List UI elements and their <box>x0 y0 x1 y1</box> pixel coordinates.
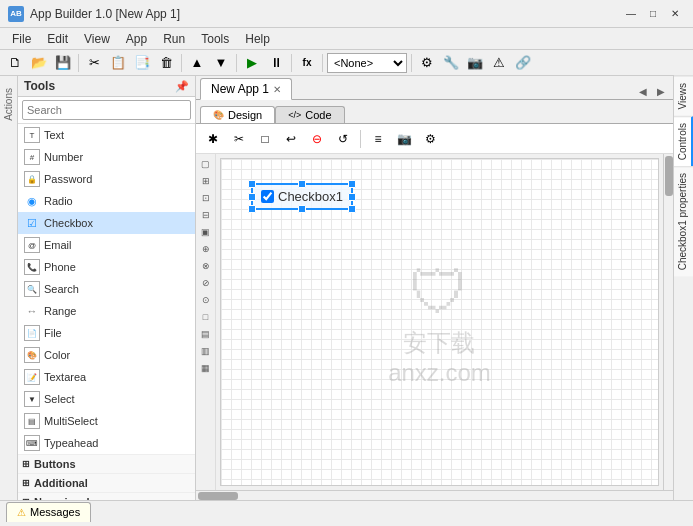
tool-email[interactable]: @ Email <box>18 234 195 256</box>
canvas-strip-btn-1[interactable]: ▢ <box>198 156 214 172</box>
menu-app[interactable]: App <box>118 30 155 48</box>
menu-tools[interactable]: Tools <box>193 30 237 48</box>
handle-bm[interactable] <box>298 205 306 213</box>
canvas-strip-btn-6[interactable]: ⊕ <box>198 241 214 257</box>
menu-file[interactable]: File <box>4 30 39 48</box>
canvas-scrollbar-v-thumb[interactable] <box>665 156 673 196</box>
canvas-left-strip: ▢ ⊞ ⊡ ⊟ ▣ ⊕ ⊗ ⊘ ⊙ □ ▤ ▥ ▦ <box>196 154 216 490</box>
tool-typeahead-icon: ⌨ <box>24 435 40 451</box>
canvas-strip-btn-5[interactable]: ▣ <box>198 224 214 240</box>
canvas-tb-rect[interactable]: □ <box>254 128 276 150</box>
checkbox-widget[interactable]: Checkbox1 <box>251 183 353 210</box>
tb-save[interactable]: 💾 <box>52 52 74 74</box>
tool-select[interactable]: ▼ Select <box>18 388 195 410</box>
tool-file[interactable]: 📄 File <box>18 322 195 344</box>
canvas-strip-btn-2[interactable]: ⊞ <box>198 173 214 189</box>
tb-extra-3[interactable]: 📷 <box>464 52 486 74</box>
handle-ml[interactable] <box>248 193 256 201</box>
close-button[interactable]: ✕ <box>665 6 685 22</box>
canvas-strip-btn-10[interactable]: □ <box>198 309 214 325</box>
canvas-strip-btn-7[interactable]: ⊗ <box>198 258 214 274</box>
tool-typeahead[interactable]: ⌨ Typeahead <box>18 432 195 454</box>
handle-tl[interactable] <box>248 180 256 188</box>
tool-text[interactable]: T Text <box>18 124 195 146</box>
tb-fx[interactable]: fx <box>296 52 318 74</box>
tools-pin-icon[interactable]: 📌 <box>175 80 189 93</box>
canvas-strip-btn-11[interactable]: ▤ <box>198 326 214 342</box>
tool-color[interactable]: 🎨 Color <box>18 344 195 366</box>
search-input[interactable] <box>22 100 191 120</box>
handle-tm[interactable] <box>298 180 306 188</box>
canvas-tb-grid[interactable]: ≡ <box>367 128 389 150</box>
canvas-strip-btn-3[interactable]: ⊡ <box>198 190 214 206</box>
canvas-tb-screenshot[interactable]: 📷 <box>393 128 415 150</box>
canvas-strip-btn-9[interactable]: ⊙ <box>198 292 214 308</box>
tab-prev-button[interactable]: ◀ <box>635 83 651 99</box>
handle-tr[interactable] <box>348 180 356 188</box>
tool-radio[interactable]: ◉ Radio <box>18 190 195 212</box>
canvas-strip-btn-8[interactable]: ⊘ <box>198 275 214 291</box>
canvas-tb-redo[interactable]: ↺ <box>332 128 354 150</box>
tb-new[interactable]: 🗋 <box>4 52 26 74</box>
tab-next-button[interactable]: ▶ <box>653 83 669 99</box>
section-buttons[interactable]: ⊞ Buttons <box>18 454 195 473</box>
canvas-strip-btn-4[interactable]: ⊟ <box>198 207 214 223</box>
tab-new-app-1[interactable]: New App 1 ✕ <box>200 78 292 100</box>
messages-tab[interactable]: ⚠ Messages <box>6 502 91 522</box>
canvas-grid[interactable]: Checkbox1 🛡 安下载anxz.com <box>220 158 659 486</box>
tb-up[interactable]: ▲ <box>186 52 208 74</box>
tb-run[interactable]: ▶ <box>241 52 263 74</box>
canvas-tb-select[interactable]: ✱ <box>202 128 224 150</box>
tb-extra-1[interactable]: ⚙ <box>416 52 438 74</box>
canvas-strip-btn-12[interactable]: ▥ <box>198 343 214 359</box>
tool-password[interactable]: 🔒 Password <box>18 168 195 190</box>
canvas-scrollbar-v[interactable] <box>663 154 673 490</box>
tool-range[interactable]: ↔ Range <box>18 300 195 322</box>
handle-br[interactable] <box>348 205 356 213</box>
tool-color-icon: 🎨 <box>24 347 40 363</box>
checkbox-input[interactable] <box>261 190 274 203</box>
tool-search[interactable]: 🔍 Search <box>18 278 195 300</box>
menu-view[interactable]: View <box>76 30 118 48</box>
canvas-tb-settings[interactable]: ⚙ <box>419 128 441 150</box>
canvas-tb-delete[interactable]: ⊖ <box>306 128 328 150</box>
handle-mr[interactable] <box>348 193 356 201</box>
tb-extra-4[interactable]: ⚠ <box>488 52 510 74</box>
maximize-button[interactable]: □ <box>643 6 663 22</box>
tb-extra-2[interactable]: 🔧 <box>440 52 462 74</box>
tb-paste[interactable]: 📑 <box>131 52 153 74</box>
right-tab-properties[interactable]: Checkbox1 properties <box>674 166 693 276</box>
canvas-scrollbar-h[interactable] <box>196 490 673 500</box>
tab-design[interactable]: 🎨 Design <box>200 106 275 123</box>
menu-edit[interactable]: Edit <box>39 30 76 48</box>
tool-number[interactable]: # Number <box>18 146 195 168</box>
menu-run[interactable]: Run <box>155 30 193 48</box>
menu-help[interactable]: Help <box>237 30 278 48</box>
tool-phone[interactable]: 📞 Phone <box>18 256 195 278</box>
canvas-tb-undo[interactable]: ↩ <box>280 128 302 150</box>
right-tab-views[interactable]: Views <box>674 76 693 116</box>
tb-pause[interactable]: ⏸ <box>265 52 287 74</box>
section-nonvisuals[interactable]: ⊞ Non visuals <box>18 492 195 500</box>
tab-code[interactable]: </> Code <box>275 106 344 123</box>
canvas-strip-btn-13[interactable]: ▦ <box>198 360 214 376</box>
canvas-tb-cut[interactable]: ✂ <box>228 128 250 150</box>
none-dropdown[interactable]: <None> <box>327 53 407 73</box>
tool-textarea[interactable]: 📝 Textarea <box>18 366 195 388</box>
main-layout: Actions Tools 📌 T Text # Number 🔒 Passwo… <box>0 76 693 500</box>
tab-close-icon[interactable]: ✕ <box>273 84 281 95</box>
tb-extra-5[interactable]: 🔗 <box>512 52 534 74</box>
handle-bl[interactable] <box>248 205 256 213</box>
tool-multiselect[interactable]: ▤ MultiSelect <box>18 410 195 432</box>
tool-checkbox[interactable]: ☑ Checkbox <box>18 212 195 234</box>
tb-copy[interactable]: 📋 <box>107 52 129 74</box>
section-additional[interactable]: ⊞ Additional <box>18 473 195 492</box>
tb-open[interactable]: 📂 <box>28 52 50 74</box>
tb-delete[interactable]: 🗑 <box>155 52 177 74</box>
minimize-button[interactable]: — <box>621 6 641 22</box>
tb-down[interactable]: ▼ <box>210 52 232 74</box>
right-tab-controls[interactable]: Controls <box>674 116 693 166</box>
checkbox-label: Checkbox1 <box>278 189 343 204</box>
tb-cut[interactable]: ✂ <box>83 52 105 74</box>
canvas-scrollbar-h-thumb[interactable] <box>198 492 238 500</box>
